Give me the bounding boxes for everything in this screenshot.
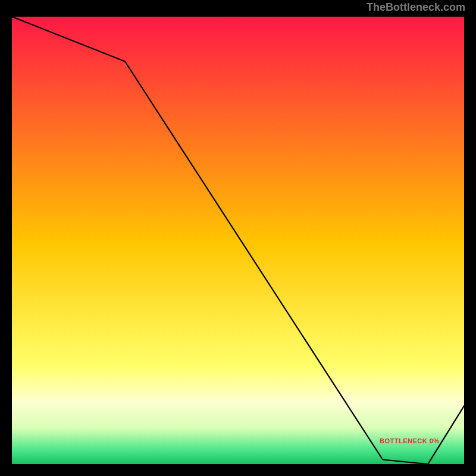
chart-plot-area: [12, 17, 464, 464]
chart-background: [12, 17, 464, 464]
bottleneck-zero-label: BOTTLENECK 0%: [380, 437, 440, 444]
chart-svg: [12, 17, 464, 464]
attribution-text: TheBottleneck.com: [367, 1, 465, 14]
